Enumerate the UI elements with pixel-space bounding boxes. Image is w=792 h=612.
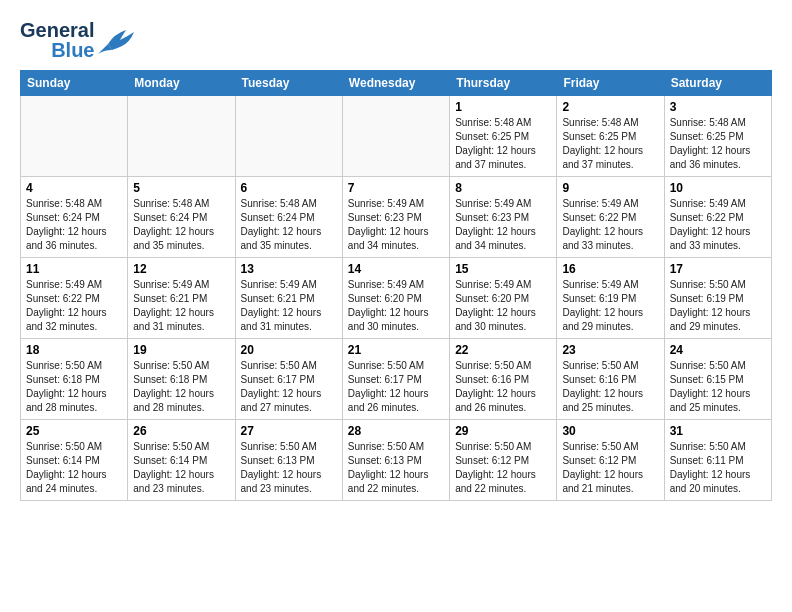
- logo-bird-icon: [98, 26, 134, 54]
- day-info: Sunrise: 5:49 AM Sunset: 6:19 PM Dayligh…: [562, 278, 658, 334]
- day-cell-8: 8Sunrise: 5:49 AM Sunset: 6:23 PM Daylig…: [450, 177, 557, 258]
- day-info: Sunrise: 5:50 AM Sunset: 6:13 PM Dayligh…: [241, 440, 337, 496]
- day-number: 5: [133, 181, 229, 195]
- day-number: 17: [670, 262, 766, 276]
- day-cell-15: 15Sunrise: 5:49 AM Sunset: 6:20 PM Dayli…: [450, 258, 557, 339]
- day-number: 11: [26, 262, 122, 276]
- day-cell-empty: [342, 96, 449, 177]
- logo-blue: Blue: [51, 40, 94, 60]
- day-cell-27: 27Sunrise: 5:50 AM Sunset: 6:13 PM Dayli…: [235, 420, 342, 501]
- day-info: Sunrise: 5:50 AM Sunset: 6:12 PM Dayligh…: [455, 440, 551, 496]
- day-number: 15: [455, 262, 551, 276]
- day-number: 10: [670, 181, 766, 195]
- day-cell-7: 7Sunrise: 5:49 AM Sunset: 6:23 PM Daylig…: [342, 177, 449, 258]
- day-info: Sunrise: 5:48 AM Sunset: 6:24 PM Dayligh…: [26, 197, 122, 253]
- day-cell-30: 30Sunrise: 5:50 AM Sunset: 6:12 PM Dayli…: [557, 420, 664, 501]
- day-info: Sunrise: 5:49 AM Sunset: 6:21 PM Dayligh…: [241, 278, 337, 334]
- day-info: Sunrise: 5:49 AM Sunset: 6:22 PM Dayligh…: [26, 278, 122, 334]
- day-cell-20: 20Sunrise: 5:50 AM Sunset: 6:17 PM Dayli…: [235, 339, 342, 420]
- day-number: 3: [670, 100, 766, 114]
- day-cell-5: 5Sunrise: 5:48 AM Sunset: 6:24 PM Daylig…: [128, 177, 235, 258]
- day-info: Sunrise: 5:50 AM Sunset: 6:15 PM Dayligh…: [670, 359, 766, 415]
- day-info: Sunrise: 5:49 AM Sunset: 6:22 PM Dayligh…: [562, 197, 658, 253]
- day-cell-23: 23Sunrise: 5:50 AM Sunset: 6:16 PM Dayli…: [557, 339, 664, 420]
- day-number: 21: [348, 343, 444, 357]
- day-info: Sunrise: 5:49 AM Sunset: 6:22 PM Dayligh…: [670, 197, 766, 253]
- day-info: Sunrise: 5:49 AM Sunset: 6:20 PM Dayligh…: [348, 278, 444, 334]
- day-number: 26: [133, 424, 229, 438]
- day-info: Sunrise: 5:50 AM Sunset: 6:16 PM Dayligh…: [455, 359, 551, 415]
- day-info: Sunrise: 5:49 AM Sunset: 6:23 PM Dayligh…: [348, 197, 444, 253]
- day-number: 12: [133, 262, 229, 276]
- day-number: 27: [241, 424, 337, 438]
- day-number: 14: [348, 262, 444, 276]
- day-number: 16: [562, 262, 658, 276]
- day-info: Sunrise: 5:48 AM Sunset: 6:24 PM Dayligh…: [133, 197, 229, 253]
- day-number: 20: [241, 343, 337, 357]
- week-row-5: 25Sunrise: 5:50 AM Sunset: 6:14 PM Dayli…: [21, 420, 772, 501]
- day-info: Sunrise: 5:50 AM Sunset: 6:14 PM Dayligh…: [26, 440, 122, 496]
- day-info: Sunrise: 5:49 AM Sunset: 6:23 PM Dayligh…: [455, 197, 551, 253]
- day-number: 8: [455, 181, 551, 195]
- day-cell-empty: [235, 96, 342, 177]
- day-number: 4: [26, 181, 122, 195]
- day-info: Sunrise: 5:50 AM Sunset: 6:16 PM Dayligh…: [562, 359, 658, 415]
- day-number: 29: [455, 424, 551, 438]
- day-info: Sunrise: 5:48 AM Sunset: 6:25 PM Dayligh…: [455, 116, 551, 172]
- day-number: 23: [562, 343, 658, 357]
- logo: General Blue: [20, 20, 134, 60]
- day-cell-17: 17Sunrise: 5:50 AM Sunset: 6:19 PM Dayli…: [664, 258, 771, 339]
- day-number: 6: [241, 181, 337, 195]
- logo-general: General: [20, 20, 94, 40]
- day-number: 2: [562, 100, 658, 114]
- day-cell-4: 4Sunrise: 5:48 AM Sunset: 6:24 PM Daylig…: [21, 177, 128, 258]
- header-wednesday: Wednesday: [342, 71, 449, 96]
- day-info: Sunrise: 5:50 AM Sunset: 6:12 PM Dayligh…: [562, 440, 658, 496]
- day-number: 22: [455, 343, 551, 357]
- weekday-header-row: SundayMondayTuesdayWednesdayThursdayFrid…: [21, 71, 772, 96]
- header-tuesday: Tuesday: [235, 71, 342, 96]
- day-info: Sunrise: 5:49 AM Sunset: 6:20 PM Dayligh…: [455, 278, 551, 334]
- day-cell-9: 9Sunrise: 5:49 AM Sunset: 6:22 PM Daylig…: [557, 177, 664, 258]
- day-cell-18: 18Sunrise: 5:50 AM Sunset: 6:18 PM Dayli…: [21, 339, 128, 420]
- day-cell-22: 22Sunrise: 5:50 AM Sunset: 6:16 PM Dayli…: [450, 339, 557, 420]
- header-saturday: Saturday: [664, 71, 771, 96]
- day-cell-29: 29Sunrise: 5:50 AM Sunset: 6:12 PM Dayli…: [450, 420, 557, 501]
- day-cell-10: 10Sunrise: 5:49 AM Sunset: 6:22 PM Dayli…: [664, 177, 771, 258]
- day-cell-19: 19Sunrise: 5:50 AM Sunset: 6:18 PM Dayli…: [128, 339, 235, 420]
- day-cell-25: 25Sunrise: 5:50 AM Sunset: 6:14 PM Dayli…: [21, 420, 128, 501]
- day-info: Sunrise: 5:50 AM Sunset: 6:19 PM Dayligh…: [670, 278, 766, 334]
- header-sunday: Sunday: [21, 71, 128, 96]
- day-number: 13: [241, 262, 337, 276]
- day-cell-13: 13Sunrise: 5:49 AM Sunset: 6:21 PM Dayli…: [235, 258, 342, 339]
- day-cell-2: 2Sunrise: 5:48 AM Sunset: 6:25 PM Daylig…: [557, 96, 664, 177]
- week-row-3: 11Sunrise: 5:49 AM Sunset: 6:22 PM Dayli…: [21, 258, 772, 339]
- day-info: Sunrise: 5:48 AM Sunset: 6:25 PM Dayligh…: [670, 116, 766, 172]
- day-number: 19: [133, 343, 229, 357]
- day-number: 30: [562, 424, 658, 438]
- header-monday: Monday: [128, 71, 235, 96]
- day-cell-empty: [128, 96, 235, 177]
- week-row-4: 18Sunrise: 5:50 AM Sunset: 6:18 PM Dayli…: [21, 339, 772, 420]
- page-header: General Blue: [20, 20, 772, 60]
- calendar-table: SundayMondayTuesdayWednesdayThursdayFrid…: [20, 70, 772, 501]
- day-info: Sunrise: 5:50 AM Sunset: 6:17 PM Dayligh…: [348, 359, 444, 415]
- day-number: 1: [455, 100, 551, 114]
- day-info: Sunrise: 5:50 AM Sunset: 6:14 PM Dayligh…: [133, 440, 229, 496]
- day-number: 31: [670, 424, 766, 438]
- day-cell-31: 31Sunrise: 5:50 AM Sunset: 6:11 PM Dayli…: [664, 420, 771, 501]
- day-cell-21: 21Sunrise: 5:50 AM Sunset: 6:17 PM Dayli…: [342, 339, 449, 420]
- day-info: Sunrise: 5:48 AM Sunset: 6:24 PM Dayligh…: [241, 197, 337, 253]
- day-cell-28: 28Sunrise: 5:50 AM Sunset: 6:13 PM Dayli…: [342, 420, 449, 501]
- day-info: Sunrise: 5:50 AM Sunset: 6:11 PM Dayligh…: [670, 440, 766, 496]
- day-cell-24: 24Sunrise: 5:50 AM Sunset: 6:15 PM Dayli…: [664, 339, 771, 420]
- day-info: Sunrise: 5:49 AM Sunset: 6:21 PM Dayligh…: [133, 278, 229, 334]
- week-row-2: 4Sunrise: 5:48 AM Sunset: 6:24 PM Daylig…: [21, 177, 772, 258]
- day-info: Sunrise: 5:50 AM Sunset: 6:13 PM Dayligh…: [348, 440, 444, 496]
- day-info: Sunrise: 5:50 AM Sunset: 6:18 PM Dayligh…: [26, 359, 122, 415]
- day-cell-16: 16Sunrise: 5:49 AM Sunset: 6:19 PM Dayli…: [557, 258, 664, 339]
- week-row-1: 1Sunrise: 5:48 AM Sunset: 6:25 PM Daylig…: [21, 96, 772, 177]
- day-info: Sunrise: 5:50 AM Sunset: 6:18 PM Dayligh…: [133, 359, 229, 415]
- day-info: Sunrise: 5:48 AM Sunset: 6:25 PM Dayligh…: [562, 116, 658, 172]
- day-number: 7: [348, 181, 444, 195]
